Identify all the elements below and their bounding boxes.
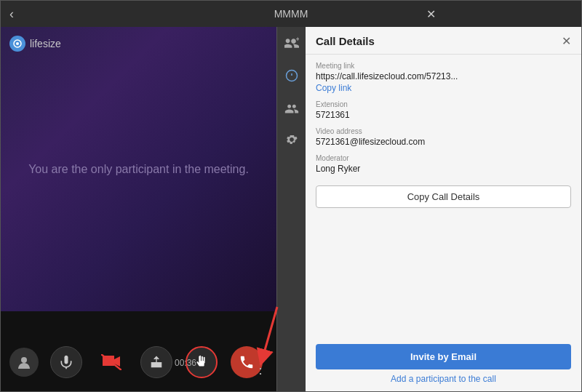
extension-group: Extension 5721361 (316, 100, 571, 120)
participants-button[interactable] (281, 97, 303, 119)
extension-label: Extension (316, 100, 571, 108)
left-panel: lifesize You are the only participant in… (1, 27, 276, 391)
logo-area: lifesize (9, 36, 61, 52)
video-message: You are the only participant in the meet… (28, 163, 249, 176)
call-details-body: Meeting link https://call.lifesizecloud.… (306, 55, 581, 337)
controls-row: ‹ (1, 340, 276, 384)
video-address-value: 5721361@lifesizecloud.com (316, 137, 571, 147)
meeting-link-value: https://call.lifesizecloud.com/57213... (316, 71, 571, 81)
video-address-group: Video address 5721361@lifesizecloud.com (316, 127, 571, 147)
svg-point-1 (16, 42, 19, 45)
video-address-label: Video address (316, 127, 571, 135)
svg-text:+: + (295, 37, 298, 43)
top-bar: ‹ MMMM ✕ (1, 1, 581, 27)
main-area: lifesize You are the only participant in… (1, 27, 581, 391)
copy-call-details-button[interactable]: Copy Call Details (316, 185, 571, 208)
add-participant-link[interactable]: Add a participant to the call (316, 374, 571, 384)
info-button[interactable] (281, 65, 303, 87)
call-details-title: Call Details (316, 35, 375, 47)
settings-button[interactable] (281, 129, 303, 151)
invite-email-button[interactable]: Invite by Email (316, 344, 571, 369)
more-button[interactable]: ⋮ (253, 359, 268, 377)
call-details-panel: Call Details ✕ Meeting link https://call… (306, 27, 581, 391)
call-timer: 00:36 (175, 358, 196, 368)
meeting-link-label: Meeting link (316, 62, 571, 70)
video-area: lifesize You are the only participant in… (1, 27, 276, 311)
extension-value: 5721361 (316, 110, 571, 120)
meeting-link-group: Meeting link https://call.lifesizecloud.… (316, 62, 571, 93)
mic-button[interactable] (50, 346, 82, 378)
moderator-value: Long Ryker (316, 164, 571, 174)
meeting-title: MMMM (274, 8, 308, 20)
bottom-strip: ‹ (1, 311, 276, 391)
moderator-group: Moderator Long Ryker (316, 154, 571, 174)
back-button[interactable]: ‹ (9, 7, 14, 22)
call-details-header: Call Details ✕ (306, 27, 581, 55)
icon-strip: + (276, 27, 306, 391)
avatar-button[interactable] (9, 348, 39, 377)
close-details-button[interactable]: ✕ (562, 34, 571, 48)
add-person-button[interactable]: + (281, 33, 303, 55)
copy-link-button[interactable]: Copy link (316, 83, 571, 93)
logo-icon (9, 36, 25, 52)
app-container: ‹ MMMM ✕ lifesize You are the only (0, 0, 582, 392)
logo-text: lifesize (30, 38, 61, 49)
moderator-label: Moderator (316, 154, 571, 162)
call-details-footer: Invite by Email Add a participant to the… (306, 337, 581, 391)
camera-button[interactable] (95, 346, 127, 378)
close-button[interactable]: ✕ (426, 7, 436, 21)
share-button[interactable] (140, 346, 172, 378)
svg-point-2 (21, 357, 27, 363)
